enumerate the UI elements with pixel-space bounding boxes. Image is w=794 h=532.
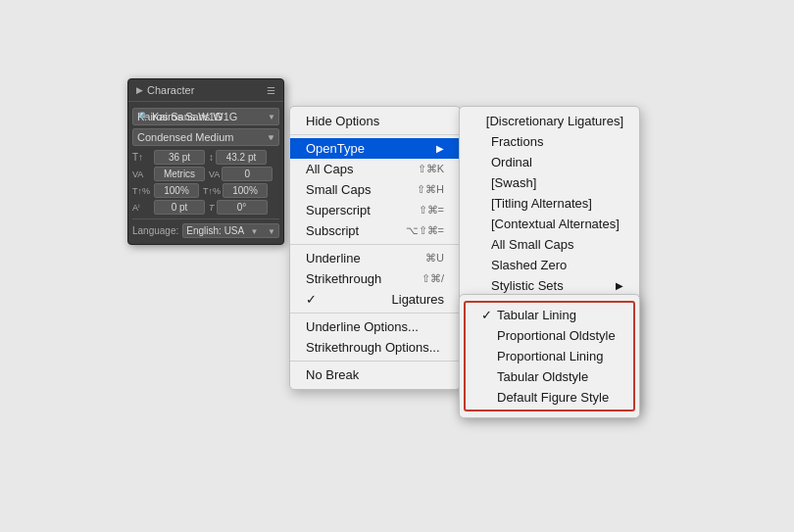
- stylistic-sets-arrow: ▶: [616, 280, 623, 291]
- font-size-input[interactable]: 36 pt: [154, 150, 205, 165]
- submenu-stylistic-sets[interactable]: Stylistic Sets ▶: [460, 275, 639, 296]
- menu-item-underline[interactable]: Underline ⌘U: [290, 248, 460, 268]
- tracking-label: VA: [209, 169, 220, 179]
- highlighted-figure-group: ✓ Tabular Lining Proportional Oldstyle P…: [464, 301, 635, 411]
- menu-item-small-caps[interactable]: Small Caps ⇧⌘H: [290, 179, 460, 200]
- submenu-default-figure-style[interactable]: Default Figure Style: [466, 387, 633, 408]
- panel-row-baseline: Aᴵ 0 pt T 0°: [132, 200, 279, 215]
- menu-item-superscript[interactable]: Superscript ⇧⌘=: [290, 200, 460, 220]
- panel-row-scale: T↑% 100% T↑% 100%: [132, 183, 279, 198]
- panel-titlebar: ▶ Character ☰: [128, 79, 283, 102]
- submenu-slashed-zero[interactable]: Slashed Zero: [460, 255, 639, 275]
- kerning-label: VA: [132, 169, 152, 179]
- baseline-label: Aᴵ: [132, 203, 152, 213]
- leading-input[interactable]: 43.2 pt: [216, 150, 267, 165]
- rotation-input[interactable]: 0°: [217, 200, 268, 215]
- submenu-ordinal[interactable]: Ordinal: [460, 152, 639, 172]
- submenu-swash[interactable]: [Swash]: [460, 172, 639, 193]
- font-style-select[interactable]: Condensed Medium ▼: [132, 128, 279, 146]
- submenu-all-small-caps[interactable]: All Small Caps: [460, 234, 639, 255]
- menu-divider-3: [290, 313, 460, 314]
- hscale-label: T↑%: [132, 186, 152, 196]
- submenu-fractions[interactable]: Fractions: [460, 131, 639, 152]
- menu-divider-2: [290, 244, 460, 245]
- menu-item-no-break[interactable]: No Break: [290, 364, 460, 385]
- menu-item-ligatures[interactable]: ✓ Ligatures: [290, 289, 460, 310]
- submenu-contextual-alternates[interactable]: [Contextual Alternates]: [460, 214, 639, 234]
- baseline-input[interactable]: 0 pt: [154, 200, 205, 215]
- menu-item-hide-options[interactable]: Hide Options: [290, 111, 460, 131]
- submenu-tabular-lining[interactable]: ✓ Tabular Lining: [466, 305, 633, 325]
- menu-divider-4: [290, 361, 460, 362]
- lang-dropdown-arrow: ▼: [250, 227, 258, 236]
- panel-row-kerning: VA Metrics VA 0: [132, 167, 279, 181]
- panel-title: Character: [147, 84, 194, 96]
- leading-icon: ↕: [209, 152, 214, 163]
- character-panel: ▶ Character ☰ Kairos Sans W1G 🔍 Kairos S…: [127, 78, 284, 245]
- panel-language-row: Language: English: USA ▼: [132, 223, 279, 238]
- menu-item-underline-options[interactable]: Underline Options...: [290, 316, 460, 337]
- tracking-input[interactable]: 0: [222, 167, 273, 181]
- panel-separator: [132, 218, 279, 219]
- panel-row-size: T↑ 36 pt ↕ 43.2 pt: [132, 150, 279, 165]
- menu-item-strikethrough-options[interactable]: Strikethrough Options...: [290, 337, 460, 358]
- submenu-titling-alternates[interactable]: [Titling Alternates]: [460, 193, 639, 214]
- language-label: Language:: [132, 225, 178, 236]
- ligatures-check: ✓: [306, 292, 322, 307]
- kerning-method-input[interactable]: Metrics: [154, 167, 205, 181]
- vscale-label: T↑%: [203, 186, 221, 196]
- size-icon: T↑: [132, 152, 152, 163]
- menu-item-all-caps[interactable]: All Caps ⇧⌘K: [290, 159, 460, 179]
- tabular-lining-check: ✓: [481, 308, 497, 322]
- submenu-discretionary-ligatures[interactable]: [Discretionary Ligatures]: [460, 111, 639, 131]
- dropdown-arrow: ▼: [267, 133, 274, 142]
- menu-item-opentype[interactable]: OpenType ▶: [290, 138, 460, 159]
- font-name-row: Kairos Sans W1G 🔍 Kairos Sans W1G: [132, 108, 279, 125]
- opentype-arrow: ▶: [436, 143, 444, 154]
- menu-item-subscript[interactable]: Subscript ⌥⇧⌘=: [290, 220, 460, 241]
- rotation-label: T: [209, 203, 215, 213]
- positional-submenu: ✓ Tabular Lining Proportional Oldstyle P…: [459, 294, 640, 418]
- submenu-proportional-lining[interactable]: Proportional Lining: [466, 346, 633, 366]
- submenu-proportional-oldstyle[interactable]: Proportional Oldstyle: [466, 325, 633, 346]
- submenu-tabular-oldstyle[interactable]: Tabular Oldstyle: [466, 366, 633, 387]
- menu-item-strikethrough[interactable]: Strikethrough ⇧⌘/: [290, 268, 460, 289]
- main-context-menu: Hide Options OpenType ▶ All Caps ⇧⌘K Sma…: [289, 106, 461, 390]
- font-name-select[interactable]: Kairos Sans W1G: [132, 108, 279, 125]
- menu-divider-1: [290, 134, 460, 135]
- panel-menu-icon[interactable]: ☰: [267, 85, 275, 96]
- language-select[interactable]: English: USA ▼: [182, 223, 279, 238]
- vscale-input[interactable]: 100%: [223, 183, 268, 198]
- hscale-input[interactable]: 100%: [154, 183, 199, 198]
- panel-expand-icon[interactable]: ▶: [136, 85, 143, 95]
- panel-body: Kairos Sans W1G 🔍 Kairos Sans W1G Conden…: [128, 102, 283, 244]
- font-style-row: Condensed Medium ▼: [132, 128, 279, 146]
